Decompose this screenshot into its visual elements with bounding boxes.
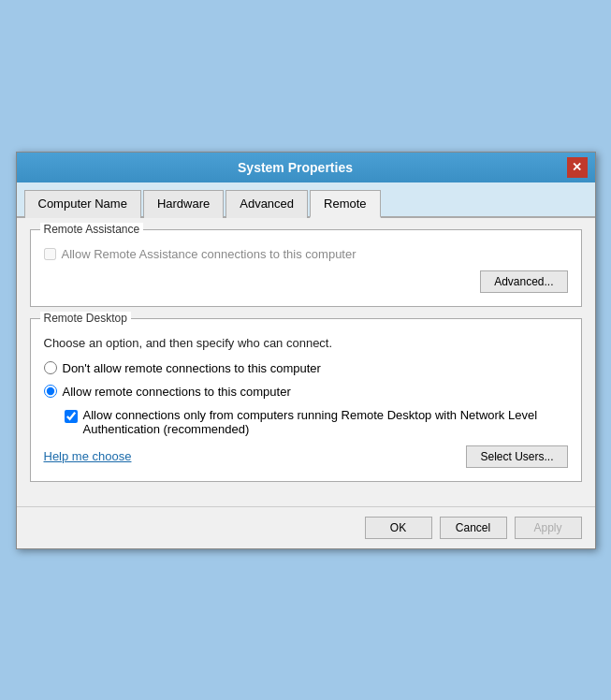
tab-content: Remote Assistance Allow Remote Assistanc… bbox=[17, 218, 595, 506]
window-title: System Properties bbox=[24, 160, 567, 175]
help-me-choose-link[interactable]: Help me choose bbox=[44, 449, 132, 463]
option1-radio[interactable] bbox=[44, 361, 57, 374]
tab-hardware[interactable]: Hardware bbox=[143, 190, 224, 218]
footer: OK Cancel Apply bbox=[17, 506, 595, 548]
remote-desktop-label: Remote Desktop bbox=[40, 312, 131, 325]
nla-checkbox-row: Allow connections only from computers ru… bbox=[65, 408, 568, 436]
remote-assistance-section: Remote Assistance Allow Remote Assistanc… bbox=[30, 229, 582, 307]
title-bar: System Properties ✕ bbox=[17, 153, 595, 182]
tab-computer-name[interactable]: Computer Name bbox=[24, 190, 141, 218]
option1-row: Don't allow remote connections to this c… bbox=[44, 361, 568, 375]
remote-assistance-checkbox-label: Allow Remote Assistance connections to t… bbox=[62, 247, 356, 261]
select-users-button[interactable]: Select Users... bbox=[466, 445, 567, 468]
remote-assistance-label: Remote Assistance bbox=[40, 223, 144, 236]
tabs-row: Computer Name Hardware Advanced Remote bbox=[17, 182, 595, 218]
apply-button[interactable]: Apply bbox=[515, 517, 582, 539]
remote-desktop-section: Remote Desktop Choose an option, and the… bbox=[30, 318, 582, 482]
cancel-button[interactable]: Cancel bbox=[440, 517, 507, 539]
bottom-row: Help me choose Select Users... bbox=[44, 445, 568, 468]
close-button[interactable]: ✕ bbox=[567, 157, 588, 178]
nla-checkbox[interactable] bbox=[65, 410, 78, 423]
tab-advanced[interactable]: Advanced bbox=[225, 190, 308, 218]
system-properties-window: System Properties ✕ Computer Name Hardwa… bbox=[16, 152, 596, 549]
remote-desktop-description: Choose an option, and then specify who c… bbox=[44, 336, 568, 350]
option2-label: Allow remote connections to this compute… bbox=[63, 385, 291, 399]
nla-label: Allow connections only from computers ru… bbox=[83, 408, 568, 436]
option2-radio[interactable] bbox=[44, 385, 57, 398]
ok-button[interactable]: OK bbox=[365, 517, 432, 539]
option1-label: Don't allow remote connections to this c… bbox=[63, 361, 321, 375]
remote-assistance-checkbox[interactable] bbox=[44, 248, 56, 260]
tab-remote[interactable]: Remote bbox=[310, 190, 381, 218]
option2-row: Allow remote connections to this compute… bbox=[44, 385, 568, 399]
advanced-btn-row: Advanced... bbox=[44, 270, 568, 293]
remote-assistance-advanced-button[interactable]: Advanced... bbox=[480, 270, 567, 293]
remote-assistance-checkbox-row: Allow Remote Assistance connections to t… bbox=[44, 247, 568, 261]
